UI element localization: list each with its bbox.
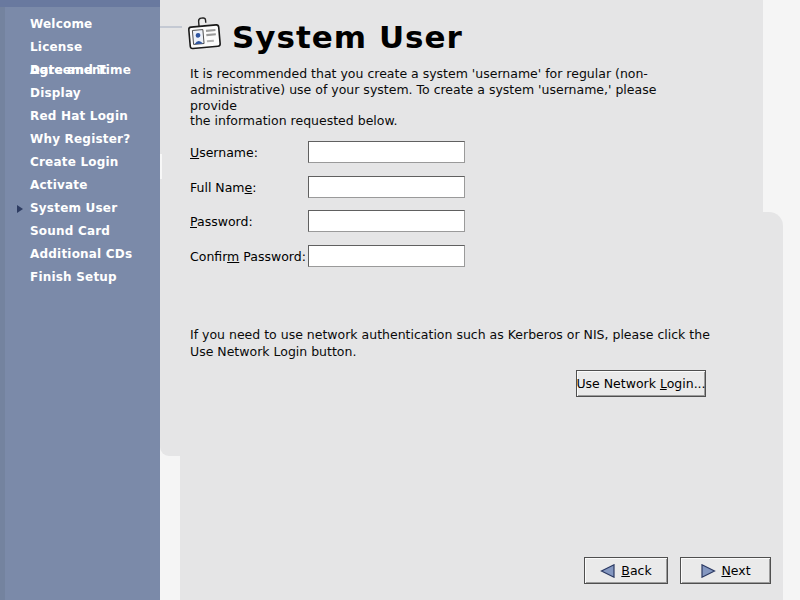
next-button-label: Next bbox=[721, 563, 750, 578]
sidebar-item-sound-card[interactable]: Sound Card bbox=[0, 220, 160, 243]
sidebar-item-additional-cds[interactable]: Additional CDs bbox=[0, 243, 160, 266]
sidebar-top-edge bbox=[0, 0, 160, 7]
confirm-password-label: Confirm Password: bbox=[190, 249, 306, 264]
sidebar-item-display[interactable]: Display bbox=[0, 82, 160, 105]
sidebar-item-label: Additional CDs bbox=[30, 247, 132, 261]
password-label: Password: bbox=[190, 214, 253, 229]
sidebar-item-red-hat-login[interactable]: Red Hat Login bbox=[0, 105, 160, 128]
sidebar-item-date-and-time[interactable]: Date and Time bbox=[0, 59, 160, 82]
sidebar-item-label: Create Login bbox=[30, 155, 119, 169]
panel-edge-highlight bbox=[160, 154, 162, 179]
header-connector-line bbox=[160, 26, 182, 28]
step-sidebar: Welcome License Agreement Date and Time … bbox=[0, 0, 160, 600]
sidebar-item-welcome[interactable]: Welcome bbox=[0, 13, 160, 36]
confirm-password-field[interactable] bbox=[308, 245, 465, 267]
use-network-login-label: Use Network Login... bbox=[576, 376, 705, 391]
sidebar-item-activate[interactable]: Activate bbox=[0, 174, 160, 197]
sidebar-item-label: Sound Card bbox=[30, 224, 110, 238]
sidebar-item-license-agreement[interactable]: License Agreement bbox=[0, 36, 160, 59]
sidebar-item-finish-setup[interactable]: Finish Setup bbox=[0, 266, 160, 289]
id-badge-icon bbox=[186, 15, 223, 53]
sidebar-item-label: Date and Time bbox=[30, 63, 131, 77]
sidebar-item-label: System User bbox=[30, 201, 117, 215]
sidebar-item-label: Why Register? bbox=[30, 132, 130, 146]
back-button[interactable]: Back bbox=[584, 557, 668, 584]
page-title: System User bbox=[232, 19, 463, 55]
sidebar-item-label: Finish Setup bbox=[30, 270, 117, 284]
next-button[interactable]: Next bbox=[680, 557, 771, 584]
right-pointer-icon bbox=[17, 205, 23, 213]
sidebar-item-label: Red Hat Login bbox=[30, 109, 128, 123]
intro-paragraph: It is recommended that you create a syst… bbox=[190, 66, 695, 129]
sidebar-item-create-login[interactable]: Create Login bbox=[0, 151, 160, 174]
full-name-label: Full Name: bbox=[190, 180, 256, 195]
password-field[interactable] bbox=[308, 210, 465, 232]
username-label: Username: bbox=[190, 145, 258, 160]
step-list: Welcome License Agreement Date and Time … bbox=[0, 13, 160, 289]
username-field[interactable] bbox=[308, 141, 465, 163]
sidebar-item-why-register[interactable]: Why Register? bbox=[0, 128, 160, 151]
sidebar-item-label: Welcome bbox=[30, 17, 92, 31]
back-button-label: Back bbox=[621, 563, 651, 578]
network-auth-note: If you need to use network authenticatio… bbox=[190, 327, 710, 360]
content-panel-lower bbox=[180, 212, 783, 600]
arrow-right-icon bbox=[700, 564, 716, 578]
sidebar-item-label: Activate bbox=[30, 178, 88, 192]
full-name-field[interactable] bbox=[308, 176, 465, 198]
sidebar-item-label: Display bbox=[30, 86, 81, 100]
sidebar-item-system-user[interactable]: System User bbox=[0, 197, 160, 220]
arrow-left-icon bbox=[600, 564, 616, 578]
use-network-login-button[interactable]: Use Network Login... bbox=[576, 370, 706, 397]
